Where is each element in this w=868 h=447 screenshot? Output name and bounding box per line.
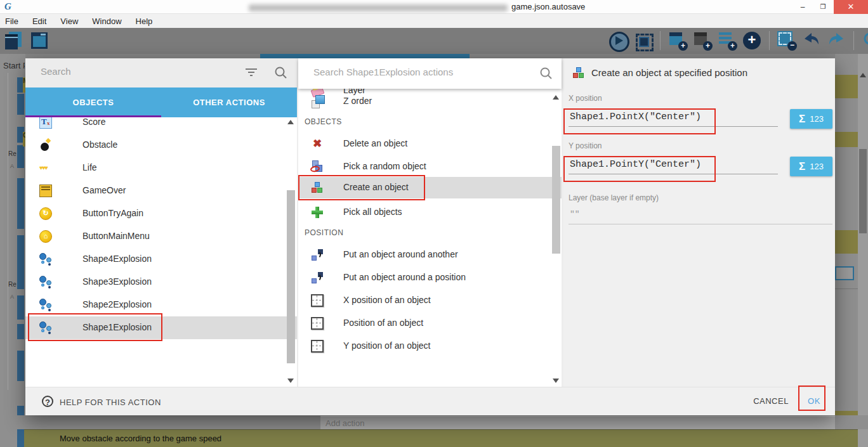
- action-item-zorder[interactable]: Z order: [298, 91, 562, 112]
- scroll-up-arrow[interactable]: [287, 120, 294, 124]
- action-item-pick-all[interactable]: Pick all objects: [298, 202, 562, 223]
- object-search-input[interactable]: [41, 66, 231, 77]
- selected-object-highlight: [28, 313, 162, 341]
- scroll-up-arrow[interactable]: [860, 73, 866, 77]
- put-around-position-icon: [311, 271, 324, 284]
- undo-icon[interactable]: [801, 30, 822, 51]
- action-search-input[interactable]: [313, 67, 523, 77]
- toolbar-separator: [853, 31, 854, 50]
- scrollbar-thumb[interactable]: [287, 190, 295, 363]
- action-editor-dialog: OBJECTS OTHER ACTIONS Tx Score Obstacle …: [25, 58, 835, 415]
- window-title: game.json.autosave: [511, 2, 585, 11]
- search-icon[interactable]: [539, 67, 553, 81]
- list-item-life[interactable]: ♥♥♥ Life: [25, 157, 297, 179]
- y-position-highlight: [563, 156, 716, 182]
- list-item-buttonmainmenu[interactable]: ⌂ ButtonMainMenu: [25, 225, 297, 248]
- comment-row-fragment: [835, 75, 858, 98]
- add-action-label[interactable]: Add action: [326, 418, 364, 428]
- menu-window[interactable]: Window: [92, 16, 121, 26]
- project-manager-icon[interactable]: [5, 30, 25, 51]
- scroll-down-arrow[interactable]: [553, 379, 559, 383]
- tab-other-actions[interactable]: OTHER ACTIONS: [161, 87, 297, 117]
- layer-input[interactable]: "": [569, 208, 832, 224]
- retry-button-icon: ↻: [39, 207, 52, 220]
- action-title: Create an object at specified position: [591, 67, 747, 78]
- section-header-position: POSITION: [305, 228, 495, 238]
- x-position-highlight: [563, 108, 716, 134]
- add-comment-icon[interactable]: +: [717, 30, 737, 51]
- hearts-icon: ♥♥♥: [39, 162, 52, 174]
- blurred-title-text: [249, 4, 508, 11]
- cancel-button[interactable]: CANCEL: [746, 396, 796, 406]
- win-bar: [41, 34, 46, 36]
- action-item-delete[interactable]: ✖ Delete an object: [298, 133, 562, 155]
- list-item-shape3explosion[interactable]: Shape3Explosion: [25, 271, 297, 294]
- field-label-y: Y position: [569, 141, 602, 150]
- help-icon[interactable]: ?: [42, 396, 53, 407]
- action-detail-panel: Create an object at specified position X…: [563, 58, 835, 387]
- minimize-button[interactable]: –: [793, 0, 812, 14]
- action-item-around-another[interactable]: Put an object around another: [298, 244, 562, 266]
- add-event-icon[interactable]: +: [667, 30, 688, 51]
- field-label-layer: Layer (base layer if empty): [569, 193, 659, 202]
- list-item-score[interactable]: Tx Score: [25, 117, 297, 134]
- menu-help[interactable]: Help: [136, 16, 153, 26]
- menu-edit[interactable]: Edit: [32, 16, 46, 26]
- particles-icon: [39, 276, 52, 288]
- home-button-icon: ⌂: [39, 230, 52, 243]
- scrollbar-thumb[interactable]: [859, 149, 867, 233]
- action-item-y-position[interactable]: Y position of an object: [298, 335, 562, 357]
- delete-event-icon[interactable]: −: [777, 30, 797, 51]
- list-item-gameover[interactable]: GameOver: [25, 179, 297, 202]
- doc-front: [5, 34, 18, 49]
- gameover-logo-icon: [39, 185, 52, 197]
- restore-button[interactable]: ❐: [813, 0, 832, 14]
- search-icon[interactable]: [274, 66, 288, 80]
- add-subevent-icon[interactable]: +: [692, 30, 713, 51]
- action-item-position[interactable]: Position of an object: [298, 313, 562, 334]
- pick-random-object-icon: [311, 160, 324, 173]
- scrollbar-thumb[interactable]: [552, 146, 560, 254]
- expression-editor-button[interactable]: Σ 123: [790, 157, 832, 176]
- toolbar-separator: [769, 31, 770, 50]
- list-item-shape4explosion[interactable]: Shape4Explosion: [25, 248, 297, 271]
- scroll-down-arrow[interactable]: [287, 379, 294, 383]
- event-bar: [17, 351, 24, 381]
- scroll-up-arrow[interactable]: [553, 95, 559, 100]
- list-item-obstacle[interactable]: Obstacle: [25, 134, 297, 157]
- open-window-icon[interactable]: [30, 30, 50, 51]
- redo-icon[interactable]: [826, 30, 846, 51]
- comment-row-fragment: [835, 230, 858, 254]
- play-icon[interactable]: [608, 30, 628, 51]
- close-button[interactable]: ✕: [834, 0, 868, 14]
- action-item-around-position[interactable]: Put an object around a position: [298, 267, 562, 288]
- sigma-icon: Σ: [799, 113, 805, 126]
- search-icon[interactable]: [861, 30, 868, 51]
- tab-objects[interactable]: OBJECTS: [25, 87, 161, 117]
- add-action-row[interactable]: Add action: [320, 416, 835, 429]
- event-bar: [17, 324, 24, 339]
- action-list: Layer Z ORDER Z order OBJECTS ✖ Delete a…: [298, 58, 562, 387]
- action-item-x-position[interactable]: X position of an object: [298, 290, 562, 311]
- comment-event-row[interactable]: Move obstacle according to the game spee…: [24, 429, 858, 447]
- event-bar: [17, 295, 24, 320]
- bomb-icon: [39, 139, 52, 152]
- scene-tab-start[interactable]: Start P: [3, 61, 25, 70]
- expression-editor-button[interactable]: Σ 123: [790, 109, 832, 129]
- text-object-icon: Tx: [39, 117, 52, 129]
- list-item-buttontryagain[interactable]: ↻ ButtonTryAgain: [25, 202, 297, 225]
- add-special-event-icon[interactable]: [742, 30, 762, 51]
- filter-icon[interactable]: [245, 67, 258, 77]
- help-link[interactable]: HELP FOR THIS ACTION: [60, 398, 161, 407]
- debugger-icon[interactable]: [633, 30, 653, 51]
- x-position-icon: [311, 294, 324, 307]
- sigma-icon: Σ: [799, 160, 805, 173]
- fragment-text: A: [10, 163, 14, 169]
- main-scrollbar[interactable]: [858, 54, 868, 447]
- row-divider: [835, 288, 858, 289]
- menu-view[interactable]: View: [60, 16, 78, 26]
- menu-file[interactable]: File: [5, 16, 18, 26]
- screen: { "window": { "logo": "G", "title": "gam…: [0, 0, 868, 447]
- action-search-bar: [298, 58, 562, 89]
- action-item-pick-random[interactable]: Pick a random object: [298, 156, 562, 178]
